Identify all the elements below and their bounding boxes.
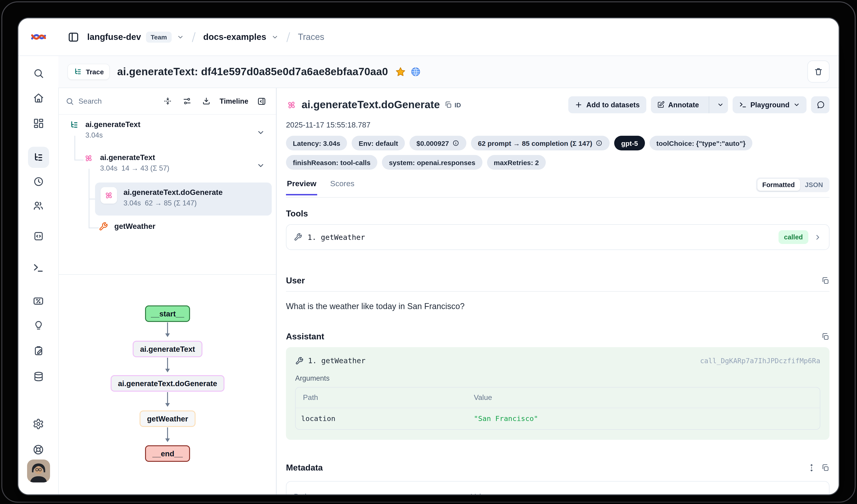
format-json-option[interactable]: JSON (800, 179, 828, 191)
tool-call-name: 1. getWeather (308, 356, 365, 365)
breadcrumb-slash-icon (284, 31, 293, 43)
insights-lightbulb-icon[interactable] (30, 317, 47, 334)
users-icon[interactable] (30, 197, 47, 214)
collapse-panel-icon[interactable] (255, 94, 269, 108)
comments-button[interactable] (811, 96, 829, 113)
section-divider (286, 291, 829, 292)
sidebar-toggle-icon[interactable] (67, 31, 80, 43)
expand-vertical-icon[interactable] (807, 464, 816, 472)
collapse-all-icon[interactable] (161, 94, 175, 108)
trace-badge-label: Trace (86, 68, 104, 75)
graph-node-getweather[interactable]: getWeather (139, 411, 196, 427)
tree-row-dogenerate-selected[interactable]: ai.generateText.doGenerate 3.04s 62 → 85… (95, 183, 272, 215)
tools-heading: Tools (286, 209, 829, 219)
user-avatar[interactable] (27, 459, 50, 483)
tree-row-getweather[interactable]: getWeather (99, 221, 271, 237)
playground-terminal-icon[interactable] (30, 259, 47, 276)
chevron-down-icon (793, 101, 800, 108)
stage: langfuse-dev Team docs-examples Traces (0, 0, 857, 504)
settings-gear-icon[interactable] (30, 416, 47, 432)
pen-square-icon (657, 101, 665, 109)
copy-icon[interactable] (821, 464, 829, 472)
delete-trace-button[interactable] (807, 60, 829, 83)
breadcrumb-org[interactable]: langfuse-dev (87, 32, 141, 42)
badges-row-1: Latency: 3.04s Env: default $0.000927 62… (286, 136, 829, 151)
chevron-down-icon[interactable] (257, 128, 265, 137)
side-nav (18, 55, 59, 494)
search-nav-icon[interactable] (30, 65, 47, 82)
metadata-value-header: Value (471, 492, 829, 494)
datasets-database-icon[interactable] (30, 368, 47, 385)
tool-definition-row[interactable]: 1. getWeather called (286, 224, 829, 250)
tool-called-badge: called (778, 230, 808, 244)
tree-row-generation[interactable]: ai.generateText 3.04s 14 → 43 (Σ 57) (84, 152, 271, 183)
tree-row-meta: 3.04s (85, 132, 140, 140)
plus-icon (575, 101, 583, 109)
annotate-button[interactable]: Annotate (651, 96, 705, 113)
breadcrumb-project[interactable]: docs-examples (203, 32, 267, 42)
tree-row-trace[interactable]: ai.generateText 3.04s (69, 119, 271, 150)
download-icon[interactable] (199, 94, 213, 108)
observation-timestamp: 2025-11-17 15:55:18.787 (286, 121, 829, 129)
info-icon[interactable] (595, 139, 603, 147)
args-value-header: Value (474, 394, 820, 402)
graph-node-generatetext[interactable]: ai.generateText (133, 341, 202, 357)
copy-icon[interactable] (821, 277, 829, 285)
comment-bubble-icon (816, 101, 825, 109)
sessions-clock-icon[interactable] (30, 173, 47, 190)
langfuse-logo[interactable] (18, 31, 58, 43)
wrench-icon (295, 357, 303, 365)
support-lifebuoy-icon[interactable] (30, 441, 47, 458)
trace-icon (69, 120, 79, 150)
format-formatted-option[interactable]: Formatted (757, 179, 800, 191)
graph-edge (167, 428, 168, 439)
tab-scores[interactable]: Scores (329, 179, 355, 195)
home-icon[interactable] (30, 90, 47, 106)
annotate-dropdown-button[interactable] (713, 96, 728, 113)
observation-detail-panel: ai.generateText.doGenerate ID Add to dat… (276, 88, 839, 494)
assistant-heading: Assistant (286, 332, 829, 342)
annotation-clipboard-pen-icon[interactable] (30, 343, 47, 359)
copy-icon (444, 101, 452, 109)
env-badge: Env: default (352, 136, 405, 151)
tracing-nav-icon[interactable] (28, 147, 49, 168)
chevron-right-icon[interactable] (814, 233, 822, 241)
search-input[interactable] (78, 97, 134, 106)
playground-button[interactable]: Playground (733, 96, 807, 113)
add-to-datasets-button[interactable]: Add to datasets (569, 96, 646, 113)
view-settings-sliders-icon[interactable] (180, 94, 194, 108)
project-chevron-down-icon[interactable] (271, 33, 279, 40)
org-chevron-down-icon[interactable] (177, 33, 184, 40)
tree-connector (89, 227, 99, 228)
dashboards-icon[interactable] (30, 115, 47, 132)
tree-row-title: ai.generateText.doGenerate (123, 187, 223, 197)
copy-id-group[interactable]: ID (444, 101, 461, 109)
public-globe-icon[interactable] (410, 66, 421, 77)
tree-search[interactable] (66, 97, 161, 106)
model-badge[interactable]: gpt-5 (614, 136, 645, 151)
info-icon[interactable] (452, 139, 459, 147)
badges-row-2: finishReason: tool-calls system: openai.… (286, 155, 829, 170)
evaluation-card-icon[interactable] (30, 293, 47, 309)
prompts-file-code-icon[interactable] (30, 228, 47, 244)
id-label: ID (455, 101, 461, 108)
wrench-icon (294, 233, 302, 241)
annotate-label: Annotate (668, 101, 699, 109)
bookmark-star-icon[interactable] (396, 66, 406, 77)
args-value-cell: "San Francisco" (474, 415, 820, 423)
graph-node-start[interactable]: __start__ (145, 306, 190, 322)
copy-icon[interactable] (821, 332, 829, 341)
tab-preview[interactable]: Preview (286, 179, 317, 195)
timeline-toggle-label[interactable]: Timeline (220, 97, 248, 105)
breadcrumb-page[interactable]: Traces (298, 32, 324, 42)
tree-row-meta: 3.04s 14 → 43 (Σ 57) (100, 164, 169, 173)
metadata-heading-label: Metadata (286, 463, 323, 473)
generation-pinwheel-icon (286, 99, 297, 110)
tree-row-title: ai.generateText (100, 152, 169, 162)
cost-badge: $0.000927 (409, 136, 466, 151)
tree-connector (74, 160, 84, 160)
graph-node-dogenerate[interactable]: ai.generateText.doGenerate (111, 375, 224, 392)
graph-node-end[interactable]: __end__ (145, 445, 190, 462)
graph-arrowhead (165, 403, 170, 407)
chevron-down-icon[interactable] (257, 161, 265, 170)
